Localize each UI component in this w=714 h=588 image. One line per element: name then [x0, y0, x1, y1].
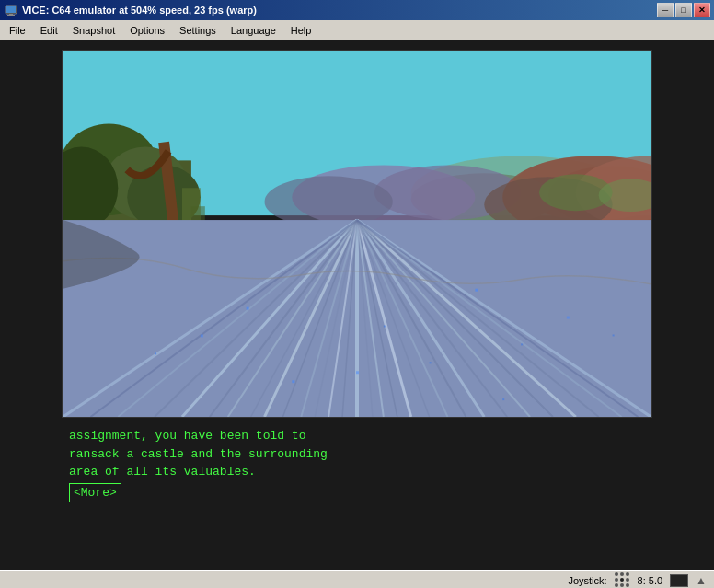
app-icon	[4, 3, 18, 17]
window-title: VICE: C64 emulator at 504% speed, 23 fps…	[22, 5, 657, 16]
svg-rect-63	[155, 352, 156, 354]
menu-item-edit[interactable]: Edit	[33, 23, 65, 38]
dot-1	[615, 572, 618, 576]
svg-rect-60	[201, 334, 203, 337]
svg-rect-67	[502, 398, 504, 400]
dot-6	[626, 578, 629, 582]
maximize-button[interactable]: □	[675, 3, 692, 17]
game-text-line1: assignment, you have been told to	[69, 427, 645, 445]
game-text-line2: ransack a castle and the surrounding	[69, 445, 645, 464]
game-text-area: assignment, you have been told to ransac…	[62, 418, 652, 570]
svg-rect-65	[613, 334, 615, 336]
close-button[interactable]: ✕	[694, 3, 710, 17]
minimize-button[interactable]: ─	[657, 3, 674, 17]
dot-9	[626, 583, 629, 587]
menu-item-language[interactable]: Language	[224, 23, 283, 38]
title-bar: VICE: C64 emulator at 504% speed, 23 fps…	[0, 0, 714, 20]
drive-led	[670, 574, 688, 587]
main-content: assignment, you have been told to ransac…	[0, 40, 714, 570]
emulator-screen	[62, 50, 652, 418]
svg-rect-2	[9, 14, 13, 15]
svg-rect-58	[475, 289, 478, 292]
joystick-indicator	[615, 572, 630, 588]
dot-2	[620, 572, 624, 576]
svg-rect-59	[521, 343, 523, 345]
menu-bar: FileEditSnapshotOptionsSettingsLanguageH…	[0, 20, 714, 40]
svg-rect-61	[430, 362, 432, 363]
svg-rect-1	[6, 6, 16, 13]
dot-7	[615, 583, 618, 587]
joystick-label: Joystick:	[568, 575, 606, 586]
svg-rect-62	[567, 317, 570, 319]
svg-point-18	[265, 176, 393, 227]
more-prompt[interactable]: <More>	[69, 481, 645, 503]
scroll-up-button[interactable]: ▲	[696, 574, 707, 587]
menu-item-snapshot[interactable]: Snapshot	[65, 23, 122, 38]
dot-3	[626, 572, 629, 576]
dot-4	[615, 578, 618, 582]
menu-item-help[interactable]: Help	[283, 23, 319, 38]
speed-display: 8: 5.0	[638, 575, 663, 586]
status-bar: Joystick: 8: 5.0 ▲	[0, 570, 714, 588]
svg-rect-57	[384, 326, 386, 328]
menu-item-file[interactable]: File	[2, 23, 33, 38]
window-controls: ─ □ ✕	[657, 3, 710, 17]
svg-rect-64	[356, 371, 359, 374]
menu-item-settings[interactable]: Settings	[172, 23, 224, 38]
menu-item-options[interactable]: Options	[122, 23, 172, 38]
svg-rect-3	[7, 15, 15, 16]
dot-center	[620, 578, 624, 582]
svg-rect-56	[247, 307, 249, 310]
dot-8	[620, 583, 624, 587]
svg-rect-66	[292, 380, 294, 383]
game-text-line3: area of all its valuables.	[69, 463, 645, 481]
